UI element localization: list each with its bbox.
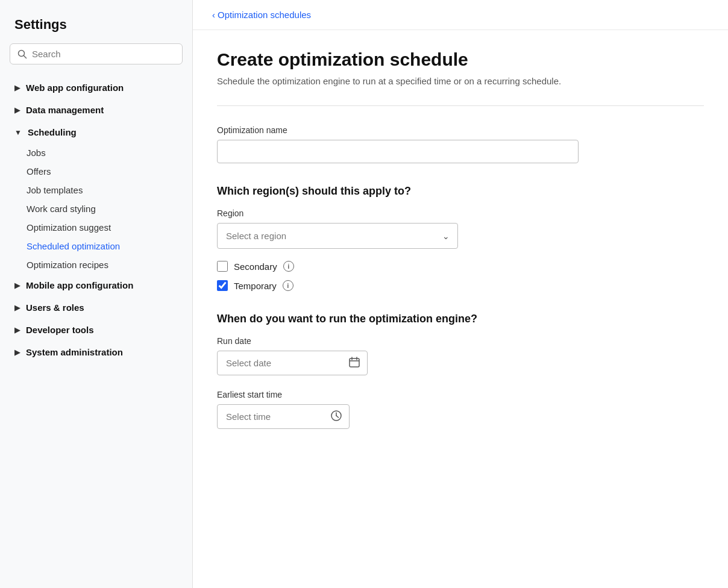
secondary-row: Secondary i — [217, 261, 704, 272]
chevron-right-icon: ▶ — [14, 106, 20, 114]
secondary-checkbox[interactable] — [217, 261, 228, 272]
breadcrumb: ‹ Optimization schedules — [193, 0, 728, 30]
svg-line-1 — [24, 55, 27, 58]
sidebar-title: Settings — [0, 0, 192, 43]
earliest-start-time-label: Earliest start time — [217, 390, 704, 399]
search-container[interactable] — [10, 43, 183, 64]
time-wrapper — [217, 404, 350, 429]
when-section-heading: When do you want to run the optimization… — [217, 313, 704, 325]
page-subtitle: Schedule the optimization engine to run … — [217, 76, 704, 86]
optimization-name-label: Optimization name — [217, 125, 704, 135]
sidebar-item-optimization-suggest[interactable]: Optimization suggest — [27, 218, 192, 237]
run-date-input[interactable] — [217, 351, 368, 375]
temporary-checkbox[interactable] — [217, 280, 228, 291]
sidebar-item-scheduled-optimization[interactable]: Scheduled optimization — [27, 237, 192, 255]
page-title: Create optimization schedule — [217, 49, 704, 70]
sidebar-item-label: Web app configuration — [26, 83, 124, 93]
sidebar-item-web-app[interactable]: ▶ Web app configuration — [0, 77, 192, 99]
sidebar-item-scheduling[interactable]: ▼ Scheduling — [0, 121, 192, 143]
region-section-heading: Which region(s) should this apply to? — [217, 185, 704, 198]
sidebar-item-job-templates[interactable]: Job templates — [27, 181, 192, 199]
search-icon — [17, 49, 27, 59]
sidebar-item-jobs[interactable]: Jobs — [27, 143, 192, 162]
sidebar-item-label: Users & roles — [26, 302, 84, 313]
scheduling-children: Jobs Offers Job templates Work card styl… — [0, 143, 192, 274]
sidebar: Settings ▶ Web app configuration ▶ Data … — [0, 0, 193, 588]
sidebar-item-data-mgmt[interactable]: ▶ Data management — [0, 99, 192, 121]
sidebar-item-optimization-recipes[interactable]: Optimization recipes — [27, 255, 192, 274]
sidebar-nav: ▶ Web app configuration ▶ Data managemen… — [0, 74, 192, 366]
region-select-wrapper: Select a region ⌄ — [217, 223, 458, 249]
chevron-right-icon: ▶ — [14, 326, 20, 334]
search-input[interactable] — [32, 49, 175, 59]
temporary-row: Temporary i — [217, 280, 704, 291]
chevron-down-icon: ▼ — [14, 128, 22, 137]
sidebar-item-sys-admin[interactable]: ▶ System administration — [0, 341, 192, 363]
sidebar-item-label: Data management — [26, 105, 104, 115]
region-section: Which region(s) should this apply to? Re… — [217, 185, 704, 291]
breadcrumb-back-button[interactable]: ‹ Optimization schedules — [212, 10, 311, 20]
sidebar-item-dev-tools[interactable]: ▶ Developer tools — [0, 319, 192, 341]
chevron-right-icon: ▶ — [14, 84, 20, 92]
sidebar-item-label: System administration — [26, 347, 123, 357]
time-input[interactable] — [217, 404, 350, 429]
chevron-right-icon: ▶ — [14, 304, 20, 312]
region-select[interactable]: Select a region — [217, 223, 458, 249]
when-section: When do you want to run the optimization… — [217, 313, 704, 429]
sidebar-item-work-card-styling[interactable]: Work card styling — [27, 199, 192, 218]
main-content: ‹ Optimization schedules Create optimiza… — [193, 0, 728, 588]
content-area: Create optimization schedule Schedule th… — [193, 30, 728, 470]
breadcrumb-link[interactable]: Optimization schedules — [218, 10, 311, 20]
sidebar-item-mobile-app[interactable]: ▶ Mobile app configuration — [0, 274, 192, 296]
temporary-info-icon[interactable]: i — [283, 280, 293, 291]
optimization-name-input[interactable] — [217, 140, 579, 163]
sidebar-item-label: Developer tools — [26, 325, 94, 335]
sidebar-item-label: Mobile app configuration — [26, 280, 133, 290]
section-divider — [217, 105, 704, 106]
region-label: Region — [217, 208, 704, 218]
sidebar-item-label: Scheduling — [28, 127, 77, 137]
secondary-label: Secondary — [234, 261, 277, 272]
run-date-wrapper — [217, 351, 368, 375]
temporary-label: Temporary — [234, 281, 277, 291]
sidebar-item-offers[interactable]: Offers — [27, 162, 192, 181]
chevron-right-icon: ▶ — [14, 348, 20, 357]
optimization-name-section: Optimization name — [217, 125, 704, 163]
run-date-label: Run date — [217, 336, 704, 346]
secondary-info-icon[interactable]: i — [283, 261, 294, 272]
sidebar-item-users-roles[interactable]: ▶ Users & roles — [0, 296, 192, 319]
chevron-left-icon: ‹ — [212, 10, 215, 20]
chevron-right-icon: ▶ — [14, 281, 20, 290]
